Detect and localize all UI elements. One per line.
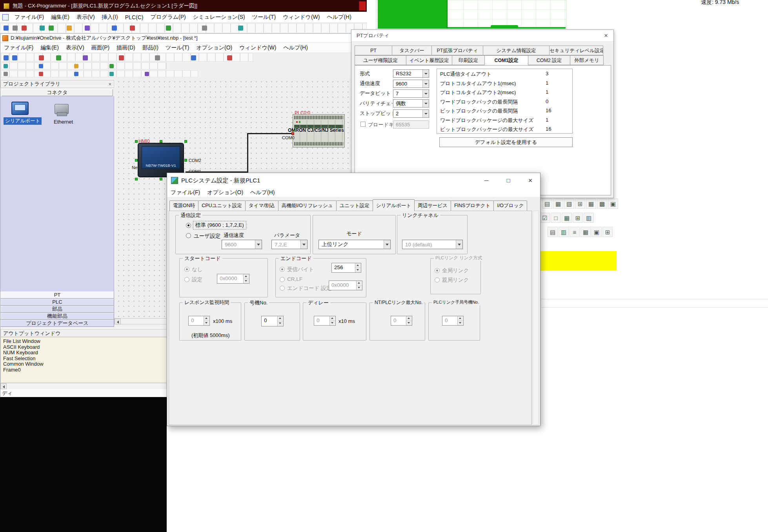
chevron-down-icon[interactable] [422,100,429,107]
master-link-radio[interactable] [435,277,440,282]
all-node-link-radio[interactable] [435,268,440,273]
output-line[interactable]: Fast Selection [3,356,164,362]
response-timeout-spinner[interactable]: 0 [188,316,210,326]
scroll-left-icon[interactable] [115,319,121,324]
toolbar-icon[interactable] [56,55,61,60]
toolbar-icon[interactable] [13,26,18,31]
toolbar-icon[interactable] [155,55,160,60]
chevron-down-icon[interactable] [456,240,462,249]
connection-wire[interactable] [247,133,294,134]
format-dropdown[interactable]: 7,2,E [271,240,308,249]
broadcast-checkbox[interactable] [360,122,366,127]
parameter-row[interactable]: プロトコルタイムアウト2(msec) 1 [437,87,572,97]
tab-pt-extended[interactable]: PT拡張プロパティ [431,46,483,55]
tab-print[interactable]: 印刷設定 [452,55,485,65]
selection-handle[interactable] [160,140,162,143]
minimize-icon[interactable]: ─ [478,173,495,188]
received-bytes-spinner[interactable]: 256 [331,263,361,273]
spin-down-icon[interactable] [458,321,463,325]
cx-menu-item[interactable]: ファイル(F) [11,14,47,21]
toolbar-icon[interactable]: ☑ [540,213,550,223]
unit-number-spinner[interactable]: 0 [261,316,284,326]
toolbar-icon[interactable]: ⊞ [573,213,583,223]
spin-down-icon[interactable] [355,268,361,272]
selection-handle[interactable] [184,159,187,162]
delay-spinner[interactable]: 0 [314,316,336,326]
field-dropdown[interactable]: RS232 [393,69,429,78]
hmi-device[interactable]: NB7W-TW01B-V1 [138,143,184,177]
parameter-row[interactable]: ビットブロックパッケージの最大サイズ 16 [437,124,572,134]
toolbar-icon[interactable] [227,55,232,60]
nb-menu-item[interactable]: ツール(T) [162,44,193,51]
parameter-row[interactable]: ビットブロックパックの最長間隔 16 [437,106,572,115]
spin-down-icon[interactable] [406,321,412,325]
toolbar-icon[interactable] [67,26,72,31]
toolbar-icon[interactable] [145,72,149,76]
toolbar-icon[interactable]: ▦ [586,199,596,209]
nb-menu-item[interactable]: 表示(V) [62,44,88,51]
toolbar-icon[interactable] [22,26,27,31]
cx-menu-item[interactable]: PLC(C) [122,14,147,20]
tab-user-permission[interactable]: ユーザ権限設定 [355,55,406,65]
toolbar-icon[interactable] [4,72,8,76]
toolbar-icon[interactable] [130,26,135,31]
start-code-set-radio[interactable] [184,277,189,282]
nb-menu-item[interactable]: 部品(I) [139,44,162,51]
spin-up-icon[interactable] [244,274,249,279]
toolbar-icon[interactable] [112,26,117,31]
toolbar-icon[interactable] [74,72,78,76]
selection-handle[interactable] [135,178,138,180]
spin-down-icon[interactable] [330,321,335,325]
spin-up-icon[interactable] [278,316,283,321]
output-line[interactable]: NUM Keyboard [3,350,164,356]
toolbar-icon[interactable] [202,26,207,31]
selection-handle[interactable] [135,159,138,162]
chevron-down-icon[interactable] [300,240,307,249]
tab-serial-port[interactable]: シリアルポート [373,199,415,211]
nt-plc-link-max-spinner[interactable]: 0 [391,316,412,326]
nb-menu-item[interactable]: 描画(D) [113,44,138,51]
tab-com2-settings[interactable]: COM2 設定 [528,55,570,65]
standard-radio[interactable] [186,223,191,228]
toolbar-icon[interactable] [39,72,43,76]
toolbar-icon[interactable] [119,55,124,60]
toolbar-icon[interactable] [74,64,78,68]
library-panel-tab[interactable]: PLC [0,299,114,306]
toolbar-icon[interactable] [238,26,243,31]
nb-menu-item[interactable]: オプション(O) [193,44,236,51]
standard-radio-label[interactable]: 標準 (9600 ; 1,7,2,E) [193,221,246,230]
field-dropdown[interactable]: 7 [393,89,429,98]
close-icon[interactable]: × [108,81,111,87]
spin-up-icon[interactable] [357,281,362,286]
dialog-vertical-scrollbar[interactable] [533,211,539,425]
output-window-header[interactable]: アウトプットウィンドウ [0,329,167,337]
toolbar-icon[interactable]: ≡ [570,227,580,237]
nb-titlebar[interactable]: D:¥liujiamin¥OneDrive - 株式会社アルバック¥デスクトップ… [0,34,353,43]
library-panel-tab[interactable]: 機能部品 [0,313,114,320]
tab-io-block[interactable]: I/Oブロック [493,200,527,211]
selection-handle[interactable] [184,140,187,143]
chevron-down-icon[interactable] [384,240,390,249]
spin-down-icon[interactable] [278,321,283,326]
toolbar-icon[interactable]: ▥ [559,227,569,237]
toolbar-icon[interactable] [4,26,9,31]
plc-link-slave-spinner[interactable]: 0 [442,316,464,326]
end-code-set-radio[interactable] [280,286,285,291]
spin-down-icon[interactable] [357,286,362,290]
nb-menu-item[interactable]: ファイル(F) [0,44,37,51]
selection-handle[interactable] [135,140,138,143]
output-line[interactable]: ASCII Keyboard [3,344,164,350]
tab-system-info[interactable]: システム情報設定 [483,46,550,55]
cx-menu-item[interactable]: ウィンドウ(W) [279,14,323,21]
cx-menu-item[interactable]: ツール(T) [249,14,280,21]
parameter-row[interactable]: PLC通信タイムアウト 3 [437,69,572,78]
nb-menu-item[interactable]: 編集(E) [37,44,62,51]
tab-security-level[interactable]: セキュリティレベル設定 [549,46,603,55]
scroll-left-icon[interactable] [0,383,7,389]
tab-sio-refresh[interactable]: 高機能I/Oリフレッシュ [278,200,337,211]
output-line[interactable]: Common Window [3,361,164,367]
toolbar-icon[interactable]: ▦ [581,227,591,237]
cx-menu-item[interactable]: 挿入(I) [98,14,122,21]
close-icon[interactable]: × [604,32,608,40]
toolbar-icon[interactable]: ▤ [548,227,558,237]
